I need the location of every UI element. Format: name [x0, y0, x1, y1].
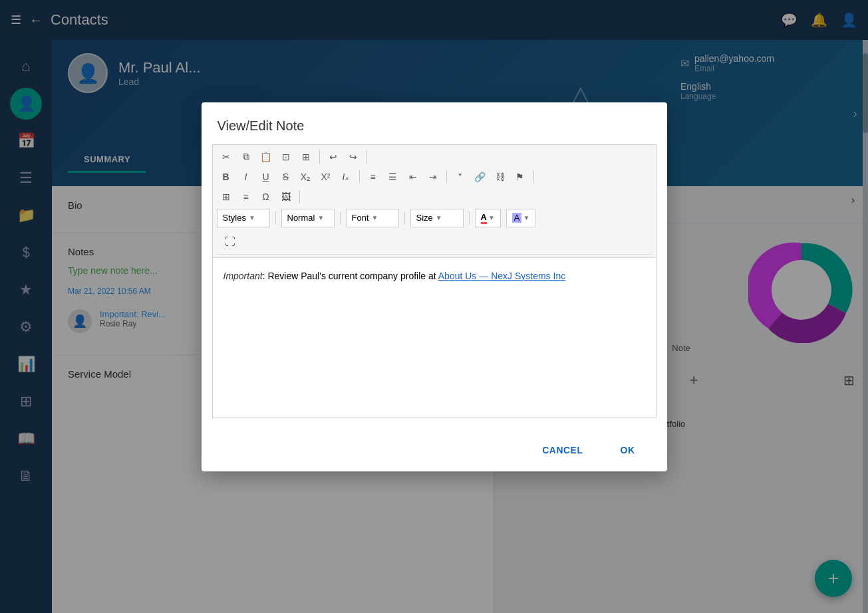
toolbar-row-5: ⛶	[217, 230, 652, 255]
toolbar-divider-9	[404, 211, 405, 225]
toolbar-bold-btn[interactable]: B	[217, 168, 235, 186]
toolbar-paste-plain-btn[interactable]: ⊡	[277, 148, 295, 166]
toolbar-fullscreen-btn[interactable]: ⛶	[221, 233, 239, 251]
modal-title: View/Edit Note	[202, 102, 667, 144]
toolbar-image-btn[interactable]: 🖼	[277, 187, 295, 206]
size-arrow-icon: ▼	[436, 214, 442, 221]
styles-select[interactable]: Styles ▼	[217, 209, 270, 227]
toolbar-superscript-btn[interactable]: X²	[317, 168, 335, 186]
styles-arrow-icon: ▼	[249, 214, 255, 221]
toolbar-subscript-btn[interactable]: X₂	[297, 168, 315, 186]
bg-color-arrow-icon: ▼	[523, 214, 529, 221]
toolbar-divider-4	[446, 170, 447, 184]
note-link[interactable]: About Us — NexJ Systems Inc	[438, 271, 565, 281]
toolbar-row-3: ⊞ ≡ Ω 🖼	[217, 187, 652, 206]
toolbar-italic-btn[interactable]: I	[237, 168, 255, 186]
size-select[interactable]: Size ▼	[410, 209, 464, 227]
toolbar-cut-btn[interactable]: ✂	[217, 148, 235, 166]
toolbar-divider-8	[340, 211, 341, 225]
note-italic-prefix: Important	[223, 271, 263, 281]
toolbar-ul-btn[interactable]: ☰	[384, 168, 402, 186]
font-color-arrow-icon: ▼	[488, 214, 495, 221]
toolbar-ol-btn[interactable]: ≡	[364, 168, 382, 186]
modal-dialog: View/Edit Note ✂ ⧉ 📋 ⊡ ⊞ ↩ ↪ B	[202, 102, 667, 471]
editor-toolbar: ✂ ⧉ 📋 ⊡ ⊞ ↩ ↪ B I U S X₂ X²	[213, 145, 656, 258]
toolbar-divider-6	[299, 190, 300, 203]
toolbar-copy-btn[interactable]: ⧉	[237, 148, 255, 166]
font-color-btn[interactable]: A ▼	[475, 209, 501, 227]
normal-select[interactable]: Normal ▼	[281, 209, 335, 227]
toolbar-divider-2	[366, 150, 367, 164]
toolbar-align-btn[interactable]: ≡	[237, 187, 255, 206]
editor-content-area[interactable]: Important: Review Paul's current company…	[213, 258, 656, 418]
toolbar-link-btn[interactable]: 🔗	[471, 168, 490, 186]
bg-color-btn[interactable]: A ▼	[506, 209, 536, 227]
toolbar-flag-btn[interactable]: ⚑	[511, 168, 529, 186]
toolbar-indent-more-btn[interactable]: ⇥	[424, 168, 442, 186]
note-colon: : Review Paul's current company profile …	[263, 271, 438, 281]
toolbar-table-btn[interactable]: ⊞	[217, 187, 235, 206]
ok-button[interactable]: OK	[605, 439, 651, 461]
toolbar-underline-btn[interactable]: U	[257, 168, 275, 186]
toolbar-undo-btn[interactable]: ↩	[324, 148, 343, 166]
toolbar-divider-5	[533, 170, 534, 184]
toolbar-blockquote-btn[interactable]: "	[451, 168, 470, 186]
toolbar-redo-btn[interactable]: ↪	[344, 148, 362, 166]
toolbar-unlink-btn[interactable]: ⛓	[491, 168, 509, 186]
toolbar-paste-btn[interactable]: 📋	[257, 148, 275, 166]
font-arrow-icon: ▼	[372, 214, 378, 221]
font-select[interactable]: Font ▼	[346, 209, 399, 227]
toolbar-row-1: ✂ ⧉ 📋 ⊡ ⊞ ↩ ↪	[217, 148, 652, 166]
modal-actions: CANCEL OK	[202, 429, 667, 471]
toolbar-paste-word-btn[interactable]: ⊞	[297, 148, 315, 166]
toolbar-indent-less-btn[interactable]: ⇤	[404, 168, 422, 186]
toolbar-divider-1	[319, 150, 320, 164]
toolbar-clear-btn[interactable]: Iₓ	[337, 168, 355, 186]
cancel-button[interactable]: CANCEL	[526, 439, 599, 461]
modal-overlay[interactable]: View/Edit Note ✂ ⧉ 📋 ⊡ ⊞ ↩ ↪ B	[0, 0, 868, 613]
toolbar-omega-btn[interactable]: Ω	[257, 187, 275, 206]
toolbar-divider-3	[359, 170, 360, 184]
toolbar-row-4: Styles ▼ Normal ▼ Font ▼ Size	[217, 207, 652, 229]
toolbar-row-2: B I U S X₂ X² Iₓ ≡ ☰ ⇤ ⇥ " 🔗 ⛓ ⚑	[217, 168, 652, 186]
toolbar-divider-10	[469, 211, 470, 225]
toolbar-divider-7	[275, 211, 276, 225]
toolbar-strike-btn[interactable]: S	[277, 168, 295, 186]
normal-arrow-icon: ▼	[317, 214, 324, 221]
editor-container: ✂ ⧉ 📋 ⊡ ⊞ ↩ ↪ B I U S X₂ X²	[212, 144, 656, 418]
